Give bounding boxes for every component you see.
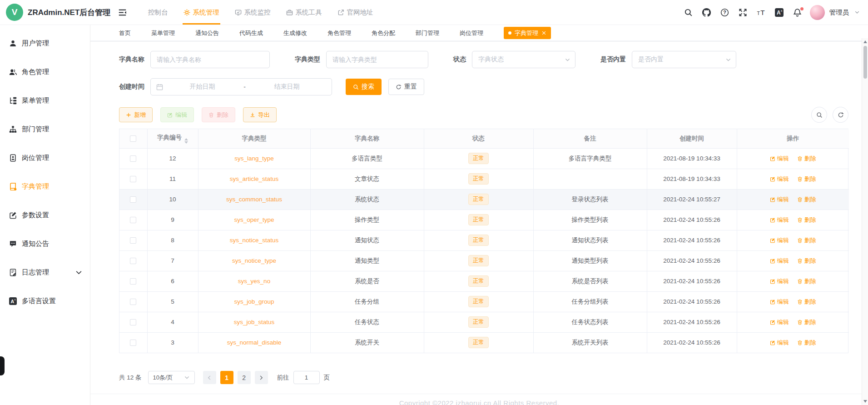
row-delete-button[interactable]: 删除 [797,155,816,163]
nav-item[interactable]: 系统工具 [278,0,330,25]
row-edit-button[interactable]: 编辑 [770,257,789,265]
nav-item[interactable]: 官网地址 [330,0,381,25]
goto-page-input[interactable] [293,371,320,384]
export-button[interactable]: 导出 [243,107,277,122]
row-checkbox[interactable] [130,155,136,162]
scroll-up-arrow-icon[interactable] [863,40,867,43]
dict-type-link[interactable]: sys_job_status [234,319,274,325]
sidebar-item[interactable]: 菜单管理 [0,86,90,115]
dict-type-link[interactable]: sys_article_status [230,175,278,182]
row-edit-button[interactable]: 编辑 [770,155,789,163]
tab[interactable]: 通知公告 [195,30,219,36]
select-all-checkbox[interactable] [130,135,136,142]
reset-button[interactable]: 重置 [388,79,424,95]
bell-icon[interactable] [793,8,802,17]
edit-button[interactable]: 编辑 [160,107,194,122]
row-delete-button[interactable]: 删除 [797,298,816,306]
scroll-down-arrow-icon[interactable] [863,400,867,403]
row-edit-button[interactable]: 编辑 [770,216,789,224]
dict-type-link[interactable]: sys_common_status [226,196,282,203]
refresh-table-button[interactable] [833,107,848,123]
row-checkbox[interactable] [130,340,136,346]
sidebar-item[interactable]: 部门管理 [0,115,90,144]
row-edit-button[interactable]: 编辑 [770,318,789,326]
tab[interactable]: 角色分配 [372,30,395,36]
page-button[interactable]: 1 [220,371,233,384]
row-checkbox[interactable] [130,319,136,325]
sidebar-item[interactable]: Ax多语言设置 [0,287,90,315]
dict-type-link[interactable]: sys_job_group [234,298,274,305]
row-delete-button[interactable]: 删除 [797,175,816,183]
vertical-scrollbar[interactable] [862,38,868,405]
tab-close-icon[interactable] [541,30,546,35]
dict-type-input[interactable] [326,51,428,68]
nav-item[interactable]: 控制台 [140,0,176,25]
translate-icon[interactable]: Ax [775,8,784,17]
dict-type-link[interactable]: sys_normal_disable [227,339,281,346]
builtin-select[interactable]: 是否内置 [632,51,736,68]
row-edit-button[interactable]: 编辑 [770,175,789,183]
brand[interactable]: V ZRAdmin.NET后台管理 [0,0,90,25]
row-edit-button[interactable]: 编辑 [770,277,789,285]
tab[interactable]: 角色管理 [327,30,351,36]
row-edit-button[interactable]: 编辑 [770,195,789,204]
dict-type-link[interactable]: sys_yes_no [238,278,270,285]
row-delete-button[interactable]: 删除 [797,216,816,224]
tab[interactable]: 菜单管理 [151,30,175,36]
row-checkbox[interactable] [130,278,136,285]
date-range-picker[interactable]: 开始日期 - 结束日期 [150,78,332,95]
tab[interactable]: 岗位管理 [460,30,483,36]
row-checkbox[interactable] [130,217,136,223]
help-icon[interactable]: ? [720,8,729,17]
search-button[interactable]: 搜索 [346,79,382,95]
fullscreen-icon[interactable] [739,8,747,17]
next-page-button[interactable] [255,371,268,384]
sidebar-item[interactable]: 岗位管理 [0,144,90,172]
avatar[interactable] [810,5,825,20]
row-checkbox[interactable] [130,176,136,182]
dict-type-link[interactable]: sys_lang_type [234,155,273,162]
page-size-select[interactable]: 10条/页 [148,371,195,384]
delete-button[interactable]: 删除 [202,107,235,122]
row-edit-button[interactable]: 编辑 [770,298,789,306]
status-select[interactable]: 字典状态 [472,51,575,68]
page-button[interactable]: 2 [238,371,251,384]
dict-type-link[interactable]: sys_notice_status [230,237,278,244]
dict-name-input[interactable] [150,51,270,68]
user-name[interactable]: 管理员 [829,8,849,17]
scrollbar-thumb[interactable] [863,46,867,79]
row-delete-button[interactable]: 删除 [797,318,816,326]
add-button[interactable]: 新增 [119,107,153,122]
user-menu-chevron-icon[interactable] [854,10,860,15]
search-icon[interactable] [684,8,693,17]
row-delete-button[interactable]: 删除 [797,236,816,245]
tab[interactable]: 首页 [119,30,131,36]
font-size-icon[interactable]: TT [757,8,765,17]
row-checkbox[interactable] [130,196,136,203]
prev-page-button[interactable] [203,371,216,384]
dict-type-link[interactable]: sys_notice_type [232,257,276,264]
nav-item[interactable]: 系统监控 [227,0,278,25]
github-icon[interactable] [702,8,711,17]
sidebar-item[interactable]: 用户管理 [0,29,90,58]
sidebar-item[interactable]: 通知公告 [0,230,90,258]
row-checkbox[interactable] [130,299,136,305]
sidebar-item[interactable]: 日志管理 [0,258,90,287]
row-delete-button[interactable]: 删除 [797,257,816,265]
row-delete-button[interactable]: 删除 [797,339,816,347]
nav-item[interactable]: 系统管理 [176,0,227,25]
row-edit-button[interactable]: 编辑 [770,339,789,347]
row-edit-button[interactable]: 编辑 [770,236,789,245]
row-delete-button[interactable]: 删除 [797,277,816,285]
tab[interactable]: 部门管理 [416,30,439,36]
sidebar-toggle-icon[interactable] [118,8,127,17]
sidebar-item[interactable]: 字典管理 [0,172,90,201]
sidebar-item[interactable]: 参数设置 [0,201,90,230]
drawer-handle[interactable] [0,356,5,375]
toggle-search-button[interactable] [811,107,827,123]
tab[interactable]: 生成修改 [283,30,307,36]
sidebar-item[interactable]: 角色管理 [0,58,90,86]
header-dict-id[interactable]: 字典编号 [147,129,198,148]
tab[interactable]: 代码生成 [239,30,263,36]
row-delete-button[interactable]: 删除 [797,195,816,204]
